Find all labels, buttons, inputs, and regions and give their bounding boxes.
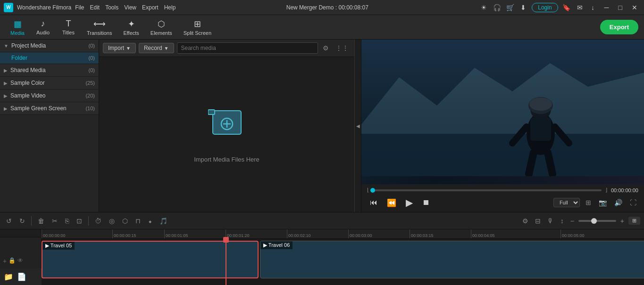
timeline-right-controls: ⚙ ⊟ 🎙 ↕ − + ⊞ (520, 216, 640, 226)
delete-button[interactable]: 🗑 (35, 216, 47, 226)
sample-green-count: (10) (85, 106, 95, 111)
titles-icon: T (66, 19, 71, 29)
sidebar-header-sample-color[interactable]: ▶ Sample Color (25) (0, 77, 99, 90)
volume-button[interactable]: 🔊 (612, 198, 624, 207)
track-eye-icon[interactable]: 👁 (17, 257, 23, 265)
import-dropdown-icon[interactable]: ▼ (126, 46, 131, 51)
timeline-tracks[interactable]: 00:00:00:00 00:00:00:15 00:00:01:05 00:0… (42, 229, 644, 285)
mic-button[interactable]: 🎙 (545, 216, 556, 226)
sidebar-header-shared-media[interactable]: ▶ Shared Media (0) (0, 64, 99, 77)
grid-button[interactable]: ⋮⋮ (334, 42, 351, 54)
export-button[interactable]: Export (600, 20, 638, 34)
download-icon[interactable]: ⬇ (519, 3, 528, 12)
zoom-slider[interactable] (578, 220, 616, 222)
sidebar-item-folder[interactable]: Folder (0) (0, 52, 99, 64)
project-info: New Merger Demo : 00:00:08:07 (286, 4, 368, 11)
quality-selector[interactable]: Full 1/2 1/4 (553, 198, 580, 207)
media-label: Media (10, 30, 25, 36)
chevron-right-icon-4: ▶ (4, 106, 8, 111)
zoom-in-button[interactable]: + (618, 216, 627, 226)
sample-video-label: Sample Video (10, 92, 85, 99)
progress-bar[interactable] (373, 189, 602, 191)
redo-button[interactable]: ↻ (17, 216, 27, 226)
timecode-0: 00:00:00:00 (42, 229, 66, 239)
filter-button[interactable]: ⚙ (321, 42, 331, 54)
toolbar-titles[interactable]: T Titles (57, 17, 80, 37)
menu-view[interactable]: View (124, 4, 136, 11)
menu-export[interactable]: Export (142, 4, 159, 11)
playhead[interactable] (226, 239, 226, 285)
toolbar-elements[interactable]: ⬡ Elements (146, 17, 177, 38)
menu-tools[interactable]: Tools (105, 4, 118, 11)
step-back-button[interactable]: ⏪ (384, 197, 399, 208)
sidebar-header-project-media[interactable]: ▼ Project Media (0) (0, 40, 99, 52)
cloud-icon[interactable]: ↓ (588, 3, 598, 12)
timecode-4: 00:00:02:10 (287, 229, 311, 239)
chevron-right-icon-2: ▶ (4, 81, 8, 86)
transition-auto-button[interactable]: ↕ (558, 216, 566, 226)
splitscreen-icon: ⊞ (194, 19, 201, 29)
record-dropdown-icon[interactable]: ▼ (164, 46, 169, 51)
skip-back-button[interactable]: ⏮ (367, 197, 380, 208)
snap-button[interactable]: ⊟ (533, 216, 543, 226)
copy-button[interactable]: ⎘ (63, 216, 71, 226)
menu-help[interactable]: Help (164, 4, 176, 11)
progress-bar-area: ⌊ ⌋ 00:00:00:00 (367, 187, 638, 193)
menu-file[interactable]: File (75, 4, 84, 11)
record-button[interactable]: Record ▼ (139, 43, 174, 53)
close-button[interactable]: ✕ (629, 4, 640, 11)
search-input[interactable] (177, 42, 318, 54)
stop-button[interactable]: ⏹ (419, 197, 433, 208)
sidebar-section-project-media: ▼ Project Media (0) Folder (0) (0, 40, 99, 64)
audio-btn[interactable]: 🎵 (157, 216, 170, 226)
cut-button[interactable]: ✂ (50, 216, 60, 226)
track-lock-icon[interactable]: 🔒 (8, 257, 16, 265)
minimize-button[interactable]: ─ (602, 4, 612, 11)
toolbar-audio[interactable]: ♪ Audio (31, 17, 55, 37)
toolbar-effects[interactable]: ✦ Effects (118, 17, 143, 38)
green-screen-button[interactable]: ⬡ (120, 216, 130, 226)
brightness-icon[interactable]: ☀ (479, 3, 488, 12)
toolbar-transitions[interactable]: ⟷ Transitions (82, 17, 117, 38)
cart-icon[interactable]: 🛒 (505, 3, 515, 12)
toolbar-separator-2 (88, 216, 89, 226)
speed-button[interactable]: ⏱ (92, 216, 104, 226)
playhead-head (223, 237, 229, 243)
menu-edit[interactable]: Edit (90, 4, 100, 11)
timecode-8: 00:00:05:00 (560, 229, 585, 239)
fit-button[interactable]: ⊞ (628, 217, 640, 225)
sample-color-label: Sample Color (10, 80, 85, 86)
play-button[interactable]: ▶ (403, 196, 416, 209)
fullscreen-button[interactable]: ⛶ (628, 198, 638, 207)
titlebar-left: W Wondershare Filmora File Edit Tools Vi… (4, 3, 176, 12)
add-to-timeline-button[interactable]: ⊞ (584, 198, 593, 207)
preview-panel: ⌊ ⌋ 00:00:00:00 ⏮ ⏪ ▶ ⏹ Full 1/2 1/4 ⊞ (361, 40, 644, 212)
stabilize-button[interactable]: ◎ (107, 216, 117, 226)
track-add-icon[interactable]: + (3, 257, 7, 265)
maximize-button[interactable]: □ (616, 4, 625, 11)
bookmark-icon[interactable]: 🔖 (562, 3, 571, 12)
message-icon[interactable]: ✉ (575, 3, 585, 12)
color-button[interactable]: ⬥ (146, 216, 154, 226)
undo-button[interactable]: ↺ (4, 216, 14, 226)
screenshot-button[interactable]: 📷 (597, 198, 609, 207)
crop-button[interactable]: ⊡ (74, 216, 84, 226)
sidebar-header-sample-video[interactable]: ▶ Sample Video (20) (0, 90, 99, 102)
zoom-out-button[interactable]: − (568, 216, 577, 226)
toolbar-media[interactable]: ▦ Media (6, 17, 29, 38)
login-button[interactable]: Login (532, 3, 558, 12)
clip1-label: ▶ Travel 05 (42, 242, 75, 250)
timecode-5: 00:00:03:00 (348, 229, 372, 239)
preview-playback-controls: ⏮ ⏪ ▶ ⏹ Full 1/2 1/4 ⊞ 📷 🔊 ⛶ (367, 196, 638, 209)
toolbar-splitscreen[interactable]: ⊞ Split Screen (179, 17, 216, 38)
sidebar-header-sample-green[interactable]: ▶ Sample Green Screen (10) (0, 102, 99, 115)
sidebar-section-shared-media: ▶ Shared Media (0) (0, 64, 99, 77)
panel-collapse-arrow[interactable]: ◀ (354, 40, 361, 212)
headphone-icon[interactable]: 🎧 (492, 3, 502, 12)
preview-video-area (361, 40, 644, 184)
settings-button[interactable]: ⚙ (520, 216, 531, 226)
clip-travel06[interactable]: ▶ Travel 06 (260, 241, 644, 278)
split-button[interactable]: ⊓ (133, 216, 143, 226)
sidebar-section-sample-video: ▶ Sample Video (20) (0, 90, 99, 102)
import-button[interactable]: Import ▼ (103, 43, 136, 53)
